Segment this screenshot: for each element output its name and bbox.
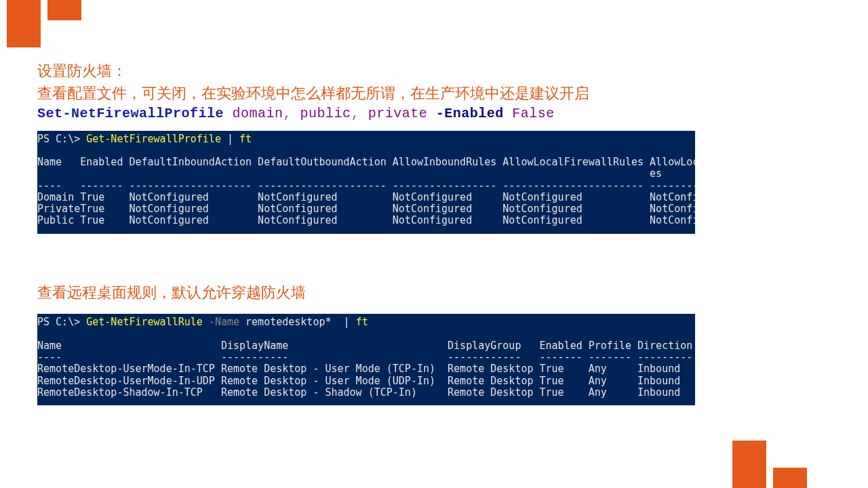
heading-rdp-rules: 查看远程桌面规则，默认允许穿越防火墙 [37, 283, 831, 304]
heading-firewall-note: 查看配置文件，可关闭，在实验环境中怎么样都无所谓，在生产环境中还是建议开启 [37, 83, 831, 104]
heading-firewall-setup: 设置防火墙： [37, 61, 831, 82]
terminal-output-firewall-rule: PS C:\> Get-NetFirewallRule -Name remote… [37, 314, 695, 405]
powershell-command-set-profile: Set-NetFirewallProfile domain, public, p… [37, 106, 831, 121]
terminal-output-firewall-profile: PS C:\> Get-NetFirewallProfile | ft Name… [37, 131, 695, 234]
